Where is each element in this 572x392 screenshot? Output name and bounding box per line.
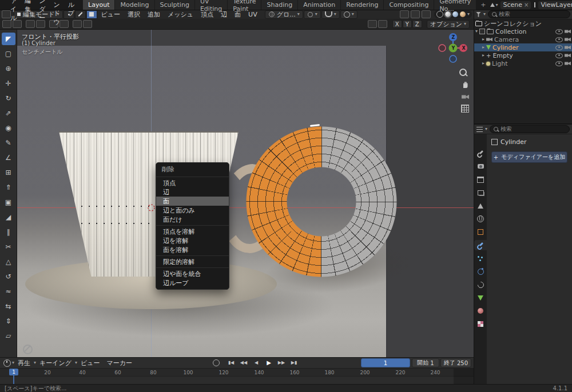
navigation-gizmo[interactable]: Z Y X — [436, 31, 470, 65]
scene-browse-caret-icon[interactable]: ▾ — [495, 3, 498, 7]
marker-menu[interactable]: マーカー — [104, 358, 136, 368]
add-modifier-button[interactable]: + モディファイアーを追加 — [491, 151, 567, 163]
disable-render-icon[interactable] — [565, 46, 571, 50]
workspace-tab-modeling[interactable]: Modeling — [115, 0, 154, 10]
pan-hand-icon[interactable] — [460, 79, 470, 90]
transform-options-icon-1[interactable] — [368, 20, 377, 28]
timeline-ruler[interactable]: 20 40 60 80 100 120 140 160 180 200 220 … — [0, 369, 474, 377]
tool-transform[interactable]: ◉ — [2, 122, 15, 134]
menu-render[interactable]: レンダー — [35, 0, 49, 10]
previous-keyframe-button[interactable]: ◀◀ — [238, 358, 249, 367]
panel-divider[interactable] — [474, 10, 474, 384]
zoom-icon[interactable] — [458, 67, 468, 77]
hide-eye-icon[interactable] — [555, 29, 563, 34]
tool-extrude-region[interactable]: ⇑ — [2, 181, 15, 194]
tab-tool-properties[interactable] — [474, 148, 487, 158]
tab-render-properties[interactable] — [474, 161, 487, 171]
menu-item-only-faces[interactable]: 面だけ — [156, 215, 229, 224]
tool-settings-icon-6[interactable] — [59, 20, 69, 28]
snap-toggle[interactable]: ▾ — [321, 10, 340, 19]
playhead-badge[interactable]: 1 — [9, 369, 18, 375]
tool-spin[interactable]: ↺ — [2, 270, 15, 283]
hide-eye-icon[interactable] — [555, 61, 563, 66]
scene-unlink-icon[interactable]: × — [524, 2, 529, 8]
frame-end-field[interactable]: 終了 250 — [440, 358, 471, 367]
outliner-search-input[interactable]: 検索 — [488, 10, 570, 18]
properties-editor-icon[interactable] — [476, 127, 483, 132]
transform-orientation-dropdown[interactable]: グロ... ▾ — [265, 10, 303, 19]
keying-menu[interactable]: キーイング — [36, 358, 75, 368]
tab-world-properties[interactable] — [474, 214, 487, 224]
tab-material-properties[interactable] — [474, 306, 487, 316]
disable-render-icon[interactable] — [565, 30, 571, 34]
disable-render-icon[interactable] — [565, 62, 571, 66]
tool-loop-cut[interactable]: ∥ — [2, 226, 15, 238]
tab-physics-properties[interactable] — [474, 266, 487, 277]
workspace-tab-rendering[interactable]: Rendering — [341, 0, 384, 10]
gizmo-neg-x[interactable] — [439, 45, 446, 51]
menu-select[interactable]: 選択 — [124, 10, 144, 19]
menu-edit[interactable]: 編集 — [21, 0, 35, 10]
tool-inset-faces[interactable]: ▣ — [2, 196, 15, 209]
workspace-tab-sculpting[interactable]: Sculpting — [155, 0, 195, 10]
expand-caret-icon[interactable]: ▸ — [482, 53, 484, 58]
menu-item-dissolve-edges[interactable]: 辺を溶解 — [156, 236, 229, 245]
hide-eye-icon[interactable] — [555, 45, 563, 50]
tool-add-cube[interactable]: ⊞ — [2, 166, 15, 179]
frame-start-field[interactable]: 開始 1 — [412, 358, 439, 367]
outliner-row-empty[interactable]: ▸ + Empty — [474, 51, 572, 59]
jump-to-start-button[interactable]: ▮◀ — [225, 358, 237, 367]
tab-modifier-properties[interactable] — [474, 240, 487, 250]
shading-caret-icon[interactable]: ▾ — [467, 12, 470, 17]
show-gizmo-icon[interactable] — [400, 10, 409, 18]
outliner-row-camera[interactable]: ▸ Camera — [474, 35, 572, 43]
xray-toggle-icon[interactable] — [422, 10, 431, 18]
workspace-tab-geometry-nodes[interactable]: Geometry No... — [434, 0, 476, 10]
breadcrumb-object-name[interactable]: Cylinder — [500, 138, 527, 146]
menu-help[interactable]: ヘルプ — [64, 0, 78, 10]
hide-eye-icon[interactable] — [555, 37, 563, 42]
scene-selector[interactable]: Scene × — [500, 1, 531, 9]
timeline-editor-icon[interactable] — [3, 359, 11, 367]
tab-texture-properties[interactable] — [474, 319, 487, 329]
properties-caret-icon[interactable]: ▾ — [485, 127, 487, 131]
proportional-edit-dropdown[interactable]: ▾ — [340, 10, 357, 19]
menu-item-only-edges-faces[interactable]: 辺と面のみ — [156, 206, 229, 215]
tool-move[interactable]: ✛ — [2, 77, 15, 90]
tool-settings-icon-7[interactable] — [73, 20, 82, 28]
workspace-tab-shading[interactable]: Shading — [261, 0, 298, 10]
collection-checkbox[interactable] — [479, 29, 485, 34]
menu-mesh[interactable]: メッシュ — [164, 10, 197, 19]
tab-particle-properties[interactable] — [474, 253, 487, 263]
tool-annotate[interactable]: ✎ — [2, 137, 15, 149]
workspace-tab-uv-editing[interactable]: UV Editing — [195, 0, 228, 10]
playback-menu[interactable]: 再生 — [14, 358, 34, 368]
tab-scene-properties[interactable] — [474, 201, 487, 211]
shading-rendered-button[interactable] — [460, 11, 466, 17]
tab-object-properties[interactable] — [474, 227, 487, 237]
expand-caret-icon[interactable]: ▸ — [482, 37, 484, 42]
editor-type-icon[interactable] — [2, 10, 11, 18]
tool-measure[interactable]: ∠ — [2, 151, 15, 164]
tool-cursor[interactable]: ⊕ — [2, 62, 15, 75]
view-layer-selector[interactable]: ViewLayer × — [538, 1, 572, 9]
next-keyframe-button[interactable]: ▶▶ — [276, 358, 287, 367]
outliner-row-cylinder[interactable]: ▸ Cylinder — [474, 43, 572, 51]
menu-item-vertices[interactable]: 頂点 — [156, 178, 229, 187]
jump-to-end-button[interactable]: ▶▮ — [288, 358, 300, 367]
select-mode-edge-button[interactable] — [75, 10, 86, 19]
shading-material-button[interactable] — [452, 11, 458, 17]
tool-edge-slide[interactable]: ⇆ — [2, 300, 15, 313]
gizmo-neg-z[interactable] — [450, 55, 456, 62]
tool-shear[interactable]: ▱ — [2, 330, 15, 342]
tab-constraint-properties[interactable] — [474, 279, 487, 290]
tab-view-layer-properties[interactable] — [474, 187, 487, 198]
menu-add[interactable]: 追加 — [144, 10, 164, 19]
tool-settings-icon-8[interactable] — [83, 20, 92, 28]
torus-mesh[interactable] — [245, 125, 398, 278]
current-frame-field[interactable]: 1 — [361, 358, 410, 367]
menu-window[interactable]: ウィンドウ — [50, 0, 64, 10]
mirror-x-toggle[interactable]: X — [392, 20, 402, 28]
toggle-ortho-grid-icon[interactable] — [460, 103, 470, 114]
workspace-tab-compositing[interactable]: Compositing — [384, 0, 434, 10]
